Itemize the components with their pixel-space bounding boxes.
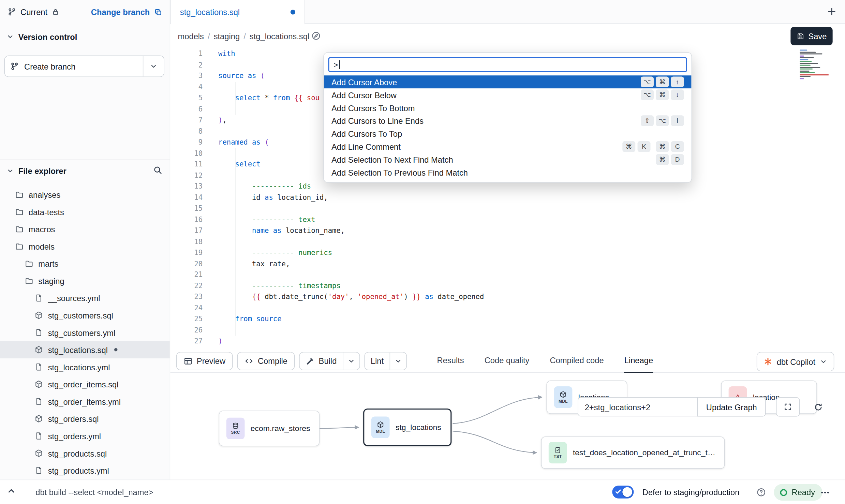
code-line[interactable]: ---------- text xyxy=(218,214,780,225)
breadcrumb-item[interactable]: models xyxy=(178,31,204,41)
tree-item[interactable]: models xyxy=(0,238,170,255)
refresh-button[interactable] xyxy=(806,397,830,417)
code-line[interactable] xyxy=(218,325,780,336)
code-line[interactable]: ---------- numerics xyxy=(218,247,780,258)
search-icon[interactable] xyxy=(153,165,162,175)
tab-compiled-code[interactable]: Compiled code xyxy=(550,349,604,373)
line-number: 25 xyxy=(170,314,203,325)
update-graph-button[interactable]: Update Graph xyxy=(697,397,766,417)
build-button[interactable]: Build xyxy=(299,352,343,370)
command-item[interactable]: Add Cursors To Bottom xyxy=(324,101,692,114)
command-palette-input[interactable]: > xyxy=(328,57,687,72)
tree-item[interactable]: stg_orders.yml xyxy=(0,427,170,445)
file-explorer-header[interactable]: File explorer xyxy=(0,164,170,178)
current-branch[interactable]: Current xyxy=(8,7,59,16)
code-line[interactable]: name as location_name, xyxy=(218,225,780,236)
tree-item[interactable]: stg_order_items.yml xyxy=(0,393,170,410)
change-branch-label: Change branch xyxy=(91,7,150,16)
lineage-selector-input[interactable] xyxy=(578,397,697,417)
code-line[interactable]: ---------- ids xyxy=(218,181,780,192)
preview-button[interactable]: Preview xyxy=(176,352,233,370)
tree-item[interactable]: data-tests xyxy=(0,203,170,221)
command-item[interactable]: Add Cursors to Line Ends⇧⌥I xyxy=(324,114,692,127)
command-item[interactable]: Add Selection To Next Find Match⌘D xyxy=(324,153,692,166)
lineage-node-source[interactable]: SRC ecom.raw_stores xyxy=(219,411,320,446)
tab-lineage[interactable]: Lineage xyxy=(624,349,653,373)
command-item[interactable]: Add Selection To Previous Find Match xyxy=(324,166,692,179)
code-line[interactable]: {{ dbt.date_trunc('day', 'opened_at') }}… xyxy=(218,292,780,302)
line-number: 17 xyxy=(170,225,203,236)
change-branch-link[interactable]: Change branch xyxy=(91,7,162,16)
tree-item[interactable]: stg_locations.sql xyxy=(0,341,170,358)
key-badge: ⌘ xyxy=(622,141,635,152)
code-line[interactable]: tax_rate, xyxy=(218,258,780,269)
line-number: 26 xyxy=(170,325,203,336)
code-line[interactable] xyxy=(218,203,780,214)
lineage-node-stg-locations[interactable]: MDL stg_locations xyxy=(363,409,451,446)
lint-button[interactable]: Lint xyxy=(364,352,390,370)
model-badge: MDL xyxy=(554,386,573,408)
tree-item[interactable]: analyses xyxy=(0,186,170,203)
create-branch-button-group: Create branch xyxy=(4,56,164,77)
more-options-button[interactable] xyxy=(820,488,830,497)
collapse-panel-button[interactable] xyxy=(6,486,16,495)
command-item-label: Add Cursors To Top xyxy=(331,129,402,138)
code-line[interactable]: from source xyxy=(218,314,780,325)
command-item[interactable]: Add Cursors To Top xyxy=(324,127,692,140)
file-icon xyxy=(34,397,43,406)
compass-icon[interactable] xyxy=(311,31,321,41)
breadcrumb-item[interactable]: stg_locations.sql xyxy=(250,31,309,41)
line-number: 11 xyxy=(170,159,203,170)
compile-button[interactable]: Compile xyxy=(237,352,295,370)
status-ready-badge[interactable]: Ready xyxy=(774,484,822,501)
tree-item[interactable]: stg_orders.sql xyxy=(0,410,170,428)
dbt-copilot-button[interactable]: dbt Copilot xyxy=(757,352,834,371)
tree-item[interactable]: marts xyxy=(0,255,170,272)
code-line[interactable]: id as location_id, xyxy=(218,192,780,203)
version-control-header[interactable]: Version control xyxy=(0,30,170,44)
save-button[interactable]: Save xyxy=(790,27,832,45)
command-item[interactable]: Add Cursor Above⌥⌘↑ xyxy=(324,75,692,88)
tree-item-label: models xyxy=(29,242,55,251)
lint-dropdown-button[interactable] xyxy=(389,352,407,370)
tree-item[interactable]: macros xyxy=(0,220,170,238)
code-line[interactable]: ---------- timestamps xyxy=(218,281,780,292)
minimap-line xyxy=(800,63,818,64)
command-item[interactable]: Add Cursor Below⌥⌘↓ xyxy=(324,88,692,101)
help-icon[interactable] xyxy=(757,488,766,497)
line-number: 1 xyxy=(170,48,203,59)
fullscreen-button[interactable] xyxy=(776,397,800,417)
defer-toggle[interactable] xyxy=(612,486,634,499)
build-dropdown-button[interactable] xyxy=(343,352,360,370)
tab-results[interactable]: Results xyxy=(437,349,464,373)
editor-tab[interactable]: stg_locations.sql xyxy=(170,0,305,24)
ready-ring-icon xyxy=(779,488,788,496)
tree-item[interactable]: staging xyxy=(0,272,170,290)
code-line[interactable] xyxy=(218,269,780,280)
tree-item[interactable]: stg_locations.yml xyxy=(0,358,170,376)
minimap-line xyxy=(800,55,804,56)
tree-item[interactable]: stg_order_items.sql xyxy=(0,376,170,393)
new-tab-button[interactable] xyxy=(827,7,836,16)
breadcrumb-item[interactable]: staging xyxy=(214,31,240,41)
key-group: ⇧⌥I xyxy=(641,115,684,126)
tab-code-quality[interactable]: Code quality xyxy=(485,349,530,373)
shortcut-keys: ⌘D xyxy=(656,154,684,165)
key-badge: ⌥ xyxy=(641,89,654,100)
code-line[interactable] xyxy=(218,236,780,247)
create-branch-label: Create branch xyxy=(24,62,75,71)
tree-item[interactable]: stg_customers.yml xyxy=(0,324,170,341)
tree-item[interactable]: __sources.yml xyxy=(0,290,170,307)
lineage-canvas[interactable]: SRC ecom.raw_stores MDL stg_locations MD… xyxy=(170,373,845,480)
tree-item[interactable]: stg_products.yml xyxy=(0,462,170,479)
create-branch-button[interactable]: Create branch xyxy=(5,56,143,76)
command-item-label: Add Selection To Previous Find Match xyxy=(331,168,468,177)
command-item[interactable]: Add Line Comment⌘K⌘C xyxy=(324,140,692,153)
code-line[interactable]: ) xyxy=(218,336,780,347)
create-branch-dropdown-button[interactable] xyxy=(143,56,164,76)
tree-item[interactable]: stg_products.sql xyxy=(0,445,170,462)
code-line[interactable] xyxy=(218,302,780,313)
minimap[interactable] xyxy=(800,49,825,79)
tree-item[interactable]: stg_customers.sql xyxy=(0,307,170,324)
lineage-node-test[interactable]: TST test_does_location_opened_at_trunc_t… xyxy=(541,436,725,469)
